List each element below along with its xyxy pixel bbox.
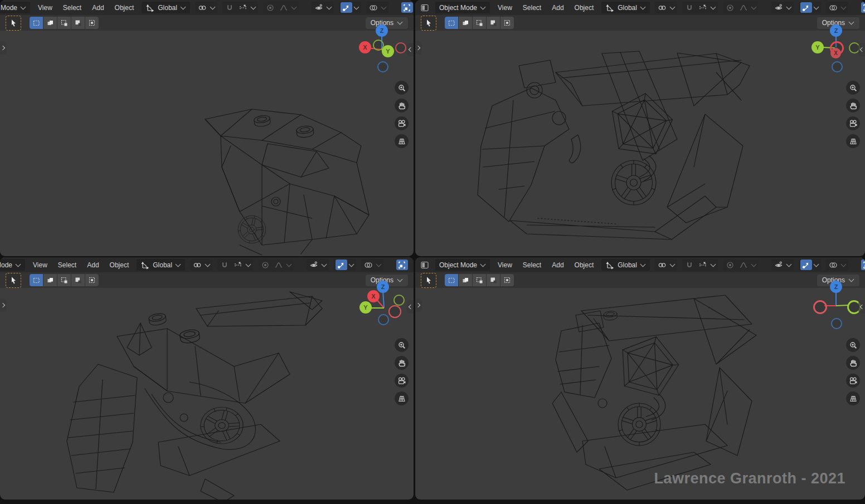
camera-view-button[interactable] bbox=[846, 116, 860, 130]
gizmo-toggle-button[interactable] bbox=[800, 2, 812, 13]
snap-toggle-button[interactable] bbox=[684, 260, 696, 270]
proportional-falloff-button[interactable] bbox=[738, 260, 750, 270]
menu-object[interactable]: Object bbox=[572, 3, 597, 13]
snap-toggle-button[interactable] bbox=[219, 260, 231, 270]
menu-add[interactable]: Add bbox=[549, 260, 566, 270]
tweak-tool-button[interactable] bbox=[421, 16, 436, 31]
menu-add[interactable]: Add bbox=[84, 260, 101, 270]
model-wireframe[interactable] bbox=[415, 257, 865, 500]
overlays-button[interactable] bbox=[363, 260, 375, 270]
select-box-intersect-button[interactable] bbox=[500, 274, 514, 286]
pan-button[interactable] bbox=[846, 356, 860, 370]
proportional-edit-button[interactable] bbox=[725, 2, 736, 13]
proportional-edit-button[interactable] bbox=[260, 260, 271, 270]
select-box-set-button[interactable] bbox=[445, 274, 458, 286]
perspective-toggle-button[interactable] bbox=[395, 392, 409, 405]
proportional-falloff-button[interactable] bbox=[273, 260, 285, 270]
perspective-toggle-button[interactable] bbox=[846, 392, 860, 405]
snap-target-button[interactable] bbox=[697, 260, 709, 270]
viewport-canvas[interactable]: Z Y X bbox=[415, 0, 865, 256]
gizmo-axis-x[interactable]: X bbox=[830, 48, 841, 58]
menu-select[interactable]: Select bbox=[520, 260, 544, 270]
gizmo-axis-z[interactable]: Z bbox=[376, 25, 388, 37]
menu-select[interactable]: Select bbox=[520, 3, 544, 13]
xray-toggle-button[interactable] bbox=[401, 2, 413, 13]
sidebar-collapse-tab[interactable] bbox=[407, 300, 414, 314]
pivot-point-button[interactable] bbox=[657, 2, 668, 13]
proportional-falloff-button[interactable] bbox=[738, 2, 750, 13]
toolbar-expand-tab[interactable] bbox=[0, 299, 7, 312]
select-box-subtract-button[interactable] bbox=[473, 17, 486, 29]
menu-view[interactable]: View bbox=[30, 260, 50, 270]
model-wireframe[interactable] bbox=[0, 257, 414, 500]
mode-dropdown[interactable]: Object Mode bbox=[0, 259, 25, 271]
select-box-difference-button[interactable] bbox=[487, 274, 500, 286]
tweak-tool-button[interactable] bbox=[6, 16, 21, 31]
xray-toggle-button[interactable] bbox=[396, 260, 408, 270]
select-box-set-button[interactable] bbox=[30, 274, 43, 286]
gizmo-axis-y[interactable]: Y bbox=[359, 301, 372, 314]
select-box-set-button[interactable] bbox=[445, 17, 458, 29]
snap-toggle-button[interactable] bbox=[224, 2, 236, 13]
sidebar-collapse-tab[interactable] bbox=[407, 43, 414, 56]
menu-view[interactable]: View bbox=[495, 3, 515, 13]
menu-object[interactable]: Object bbox=[572, 260, 597, 270]
proportional-falloff-button[interactable] bbox=[278, 2, 290, 13]
perspective-toggle-button[interactable] bbox=[846, 134, 860, 148]
model-wireframe[interactable] bbox=[415, 0, 865, 256]
select-box-difference-button[interactable] bbox=[71, 17, 85, 29]
select-box-extend-button[interactable] bbox=[459, 17, 472, 29]
pan-button[interactable] bbox=[846, 99, 860, 112]
gizmo-toggle-button[interactable] bbox=[336, 260, 347, 270]
select-box-subtract-button[interactable] bbox=[57, 274, 71, 286]
gizmo-axis-x[interactable]: X bbox=[359, 41, 371, 53]
sidebar-collapse-tab[interactable] bbox=[858, 300, 865, 314]
select-box-set-button[interactable] bbox=[30, 17, 43, 29]
select-box-subtract-button[interactable] bbox=[57, 17, 71, 29]
orientation-dropdown[interactable]: Global bbox=[142, 2, 190, 13]
editor-type-button[interactable] bbox=[419, 2, 430, 13]
snap-target-button[interactable] bbox=[697, 2, 709, 13]
gizmo-axis-x-neg[interactable] bbox=[813, 300, 827, 314]
tweak-tool-button[interactable] bbox=[421, 273, 436, 288]
editor-type-button[interactable] bbox=[419, 260, 430, 270]
menu-select[interactable]: Select bbox=[60, 3, 84, 13]
select-box-difference-button[interactable] bbox=[487, 17, 500, 29]
snap-target-button[interactable] bbox=[232, 260, 244, 270]
select-box-intersect-button[interactable] bbox=[85, 17, 99, 29]
toolbar-expand-tab[interactable] bbox=[415, 41, 422, 55]
camera-view-button[interactable] bbox=[395, 374, 409, 388]
menu-view[interactable]: View bbox=[35, 3, 55, 13]
snap-target-button[interactable] bbox=[237, 2, 249, 13]
gizmo-axis-z-neg[interactable] bbox=[831, 318, 842, 329]
camera-view-button[interactable] bbox=[395, 116, 409, 130]
menu-add[interactable]: Add bbox=[549, 3, 566, 13]
navigation-gizmo[interactable]: Z bbox=[808, 276, 862, 330]
snap-toggle-button[interactable] bbox=[684, 2, 696, 13]
overlays-button[interactable] bbox=[368, 2, 380, 13]
gizmo-toggle-button[interactable] bbox=[800, 260, 812, 270]
mode-dropdown[interactable]: Object Mode bbox=[435, 2, 490, 13]
gizmo-axis-z[interactable]: Z bbox=[377, 281, 389, 293]
sidebar-collapse-tab[interactable] bbox=[858, 43, 865, 56]
gizmo-axis-z[interactable]: Z bbox=[830, 281, 842, 293]
model-wireframe[interactable] bbox=[0, 0, 414, 256]
pan-button[interactable] bbox=[395, 99, 409, 112]
zoom-button[interactable] bbox=[846, 81, 860, 95]
pivot-point-button[interactable] bbox=[197, 2, 208, 13]
gizmo-axis-y-neg[interactable] bbox=[393, 295, 405, 306]
select-box-intersect-button[interactable] bbox=[85, 274, 99, 286]
perspective-toggle-button[interactable] bbox=[395, 134, 409, 148]
orientation-dropdown[interactable]: Global bbox=[137, 259, 185, 271]
camera-view-button[interactable] bbox=[846, 374, 860, 388]
menu-object[interactable]: Object bbox=[112, 3, 137, 13]
select-box-intersect-button[interactable] bbox=[500, 17, 514, 29]
viewport-canvas[interactable]: Z Lawrence Granroth - 2021 bbox=[415, 257, 865, 500]
visibility-button[interactable] bbox=[773, 2, 785, 13]
gizmo-toggle-button[interactable] bbox=[341, 2, 352, 13]
orientation-dropdown[interactable]: Global bbox=[601, 2, 650, 13]
gizmo-axis-z[interactable]: Z bbox=[830, 25, 842, 37]
navigation-gizmo[interactable]: Z X Y bbox=[357, 19, 410, 72]
menu-add[interactable]: Add bbox=[89, 3, 106, 13]
select-box-difference-button[interactable] bbox=[71, 274, 85, 286]
